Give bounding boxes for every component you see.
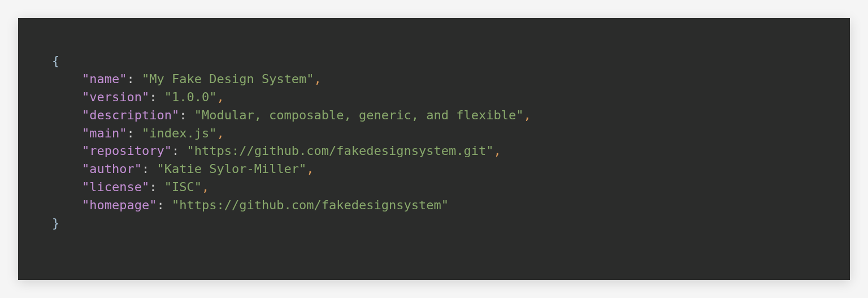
- json-value: "ISC": [164, 180, 202, 194]
- code-line: "author": "Katie Sylor-Miller",: [52, 162, 314, 176]
- json-key: "version": [82, 90, 149, 104]
- json-key: "repository": [82, 144, 172, 158]
- comma: ,: [494, 144, 501, 158]
- code-line: "homepage": "https://github.com/fakedesi…: [52, 198, 449, 212]
- json-key: "license": [82, 180, 149, 194]
- colon: :: [172, 144, 187, 158]
- json-value: "https://github.com/fakedesignsystem": [172, 198, 449, 212]
- code-line: "repository": "https://github.com/fakede…: [52, 144, 501, 158]
- json-value: "My Fake Design System": [142, 72, 314, 86]
- code-line: "name": "My Fake Design System",: [52, 72, 322, 86]
- json-key: "author": [82, 162, 142, 176]
- comma: ,: [216, 90, 224, 104]
- colon: :: [157, 198, 172, 212]
- colon: :: [142, 162, 157, 176]
- open-brace: {: [52, 54, 59, 68]
- colon: :: [179, 108, 194, 122]
- comma: ,: [202, 180, 209, 194]
- close-brace: }: [52, 216, 59, 230]
- comma: ,: [216, 126, 224, 140]
- colon: :: [149, 180, 164, 194]
- json-value: "Modular, composable, generic, and flexi…: [194, 108, 524, 122]
- json-key: "homepage": [82, 198, 157, 212]
- comma: ,: [306, 162, 314, 176]
- json-value: "index.js": [142, 126, 216, 140]
- code-line: "main": "index.js",: [52, 126, 224, 140]
- json-key: "name": [82, 72, 127, 86]
- json-value: "1.0.0": [164, 90, 217, 104]
- code-line: "description": "Modular, composable, gen…: [52, 108, 531, 122]
- comma: ,: [523, 108, 531, 122]
- colon: :: [127, 126, 142, 140]
- json-key: "description": [82, 108, 179, 122]
- json-key: "main": [82, 126, 127, 140]
- code-block: { "name": "My Fake Design System", "vers…: [18, 18, 850, 280]
- colon: :: [127, 72, 142, 86]
- json-value: "https://github.com/fakedesignsystem.git…: [186, 144, 493, 158]
- code-line: "version": "1.0.0",: [52, 90, 224, 104]
- json-value: "Katie Sylor-Miller": [157, 162, 306, 176]
- page-container: { "name": "My Fake Design System", "vers…: [0, 0, 868, 298]
- code-line: "license": "ISC",: [52, 180, 209, 194]
- colon: :: [149, 90, 164, 104]
- comma: ,: [314, 72, 322, 86]
